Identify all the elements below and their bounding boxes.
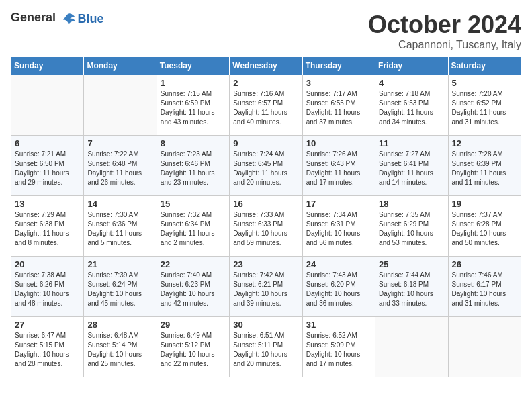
day-info: Sunrise: 6:47 AM Sunset: 5:15 PM Dayligh… [15, 331, 80, 369]
day-info: Sunrise: 6:51 AM Sunset: 5:11 PM Dayligh… [233, 331, 298, 369]
day-number: 13 [15, 199, 80, 209]
calendar-cell: 7Sunrise: 7:22 AM Sunset: 6:48 PM Daylig… [84, 136, 157, 196]
day-info: Sunrise: 7:22 AM Sunset: 6:48 PM Dayligh… [87, 150, 152, 187]
calendar-cell: 18Sunrise: 7:35 AM Sunset: 6:29 PM Dayli… [375, 196, 448, 257]
day-info: Sunrise: 7:16 AM Sunset: 6:57 PM Dayligh… [233, 89, 298, 127]
day-info: Sunrise: 7:46 AM Sunset: 6:17 PM Dayligh… [452, 271, 517, 308]
day-info: Sunrise: 6:48 AM Sunset: 5:14 PM Dayligh… [87, 331, 152, 369]
calendar-cell: 2Sunrise: 7:16 AM Sunset: 6:57 PM Daylig… [230, 75, 302, 136]
calendar-cell [448, 317, 521, 377]
day-number: 12 [452, 138, 517, 148]
day-info: Sunrise: 6:52 AM Sunset: 5:09 PM Dayligh… [306, 331, 371, 369]
calendar-cell: 14Sunrise: 7:30 AM Sunset: 6:36 PM Dayli… [84, 196, 157, 257]
day-info: Sunrise: 7:21 AM Sunset: 6:50 PM Dayligh… [15, 150, 80, 187]
day-number: 3 [306, 78, 371, 88]
day-info: Sunrise: 7:38 AM Sunset: 6:26 PM Dayligh… [15, 271, 80, 308]
day-number: 2 [233, 78, 298, 88]
logo-general-label: General [11, 11, 56, 24]
weekday-header-row: SundayMondayTuesdayWednesdayThursdayFrid… [11, 57, 521, 75]
weekday-header-tuesday: Tuesday [157, 57, 229, 75]
day-number: 17 [306, 199, 371, 209]
calendar-cell: 20Sunrise: 7:38 AM Sunset: 6:26 PM Dayli… [11, 257, 84, 317]
calendar-cell: 12Sunrise: 7:28 AM Sunset: 6:39 PM Dayli… [448, 136, 521, 196]
month-title: October 2024 [368, 11, 521, 39]
day-number: 18 [379, 199, 444, 209]
calendar-cell: 17Sunrise: 7:34 AM Sunset: 6:31 PM Dayli… [302, 196, 375, 257]
calendar-cell: 9Sunrise: 7:24 AM Sunset: 6:45 PM Daylig… [230, 136, 302, 196]
calendar-cell: 11Sunrise: 7:27 AM Sunset: 6:41 PM Dayli… [375, 136, 448, 196]
logo-blue-label: Blue [78, 12, 104, 26]
day-info: Sunrise: 7:27 AM Sunset: 6:41 PM Dayligh… [379, 150, 444, 187]
day-number: 22 [161, 259, 226, 269]
day-number: 24 [306, 259, 371, 269]
day-info: Sunrise: 7:30 AM Sunset: 6:36 PM Dayligh… [87, 210, 152, 248]
weekday-header-sunday: Sunday [11, 57, 84, 75]
calendar-cell [375, 317, 448, 377]
calendar-cell: 5Sunrise: 7:20 AM Sunset: 6:52 PM Daylig… [448, 75, 521, 136]
calendar-cell: 15Sunrise: 7:32 AM Sunset: 6:34 PM Dayli… [157, 196, 229, 257]
day-number: 30 [233, 320, 298, 330]
calendar-cell: 4Sunrise: 7:18 AM Sunset: 6:53 PM Daylig… [375, 75, 448, 136]
calendar-cell: 10Sunrise: 7:26 AM Sunset: 6:43 PM Dayli… [302, 136, 375, 196]
day-number: 1 [161, 78, 226, 88]
location-subtitle: Capannoni, Tuscany, Italy [368, 39, 521, 51]
calendar-cell: 13Sunrise: 7:29 AM Sunset: 6:38 PM Dayli… [11, 196, 84, 257]
day-info: Sunrise: 7:40 AM Sunset: 6:23 PM Dayligh… [161, 271, 226, 308]
weekday-header-monday: Monday [84, 57, 157, 75]
calendar-cell [84, 75, 157, 136]
day-number: 5 [452, 78, 517, 88]
day-info: Sunrise: 7:37 AM Sunset: 6:28 PM Dayligh… [452, 210, 517, 248]
calendar-cell: 25Sunrise: 7:44 AM Sunset: 6:18 PM Dayli… [375, 257, 448, 317]
calendar-cell: 8Sunrise: 7:23 AM Sunset: 6:46 PM Daylig… [157, 136, 229, 196]
weekday-header-friday: Friday [375, 57, 448, 75]
calendar-table: SundayMondayTuesdayWednesdayThursdayFrid… [11, 56, 521, 377]
day-number: 16 [233, 199, 298, 209]
logo-general-text: General [11, 11, 77, 27]
logo-bird-icon [60, 11, 77, 27]
calendar-week-row: 1Sunrise: 7:15 AM Sunset: 6:59 PM Daylig… [11, 75, 521, 136]
day-number: 11 [379, 138, 444, 148]
day-number: 20 [15, 259, 80, 269]
day-number: 7 [87, 138, 152, 148]
calendar-cell: 3Sunrise: 7:17 AM Sunset: 6:55 PM Daylig… [302, 75, 375, 136]
calendar-cell: 29Sunrise: 6:49 AM Sunset: 5:12 PM Dayli… [157, 317, 229, 377]
day-number: 26 [452, 259, 517, 269]
calendar-cell: 1Sunrise: 7:15 AM Sunset: 6:59 PM Daylig… [157, 75, 229, 136]
calendar-cell: 6Sunrise: 7:21 AM Sunset: 6:50 PM Daylig… [11, 136, 84, 196]
calendar-cell: 19Sunrise: 7:37 AM Sunset: 6:28 PM Dayli… [448, 196, 521, 257]
day-number: 21 [87, 259, 152, 269]
day-number: 31 [306, 320, 371, 330]
day-info: Sunrise: 7:20 AM Sunset: 6:52 PM Dayligh… [452, 89, 517, 127]
day-number: 15 [161, 199, 226, 209]
day-number: 8 [161, 138, 226, 148]
day-info: Sunrise: 7:15 AM Sunset: 6:59 PM Dayligh… [161, 89, 226, 127]
weekday-header-thursday: Thursday [302, 57, 375, 75]
calendar-cell: 16Sunrise: 7:33 AM Sunset: 6:33 PM Dayli… [230, 196, 302, 257]
day-number: 23 [233, 259, 298, 269]
weekday-header-wednesday: Wednesday [230, 57, 302, 75]
calendar-cell: 27Sunrise: 6:47 AM Sunset: 5:15 PM Dayli… [11, 317, 84, 377]
day-number: 6 [15, 138, 80, 148]
calendar-cell: 22Sunrise: 7:40 AM Sunset: 6:23 PM Dayli… [157, 257, 229, 317]
day-info: Sunrise: 7:39 AM Sunset: 6:24 PM Dayligh… [87, 271, 152, 308]
day-info: Sunrise: 6:49 AM Sunset: 5:12 PM Dayligh… [161, 331, 226, 369]
logo: General Blue [11, 11, 104, 27]
title-area: October 2024 Capannoni, Tuscany, Italy [368, 11, 521, 51]
day-number: 25 [379, 259, 444, 269]
calendar-week-row: 20Sunrise: 7:38 AM Sunset: 6:26 PM Dayli… [11, 257, 521, 317]
day-number: 28 [87, 320, 152, 330]
day-info: Sunrise: 7:44 AM Sunset: 6:18 PM Dayligh… [379, 271, 444, 308]
calendar-cell: 21Sunrise: 7:39 AM Sunset: 6:24 PM Dayli… [84, 257, 157, 317]
calendar-cell: 23Sunrise: 7:42 AM Sunset: 6:21 PM Dayli… [230, 257, 302, 317]
calendar-week-row: 13Sunrise: 7:29 AM Sunset: 6:38 PM Dayli… [11, 196, 521, 257]
day-info: Sunrise: 7:26 AM Sunset: 6:43 PM Dayligh… [306, 150, 371, 187]
weekday-header-saturday: Saturday [448, 57, 521, 75]
day-number: 14 [87, 199, 152, 209]
day-number: 19 [452, 199, 517, 209]
calendar-cell [11, 75, 84, 136]
day-info: Sunrise: 7:23 AM Sunset: 6:46 PM Dayligh… [161, 150, 226, 187]
calendar-cell: 24Sunrise: 7:43 AM Sunset: 6:20 PM Dayli… [302, 257, 375, 317]
day-info: Sunrise: 7:43 AM Sunset: 6:20 PM Dayligh… [306, 271, 371, 308]
calendar-cell: 28Sunrise: 6:48 AM Sunset: 5:14 PM Dayli… [84, 317, 157, 377]
day-info: Sunrise: 7:42 AM Sunset: 6:21 PM Dayligh… [233, 271, 298, 308]
